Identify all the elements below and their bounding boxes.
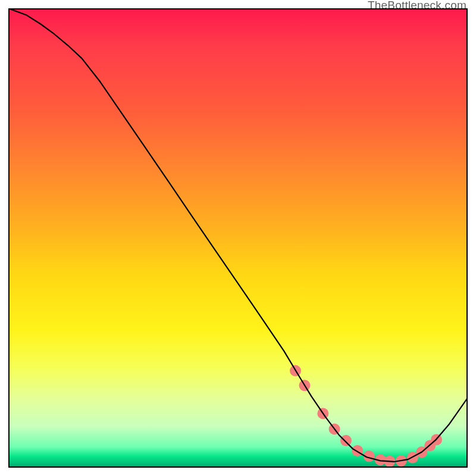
plot-background (8, 8, 468, 468)
bottleneck-chart: TheBottleneck.com (0, 0, 476, 476)
